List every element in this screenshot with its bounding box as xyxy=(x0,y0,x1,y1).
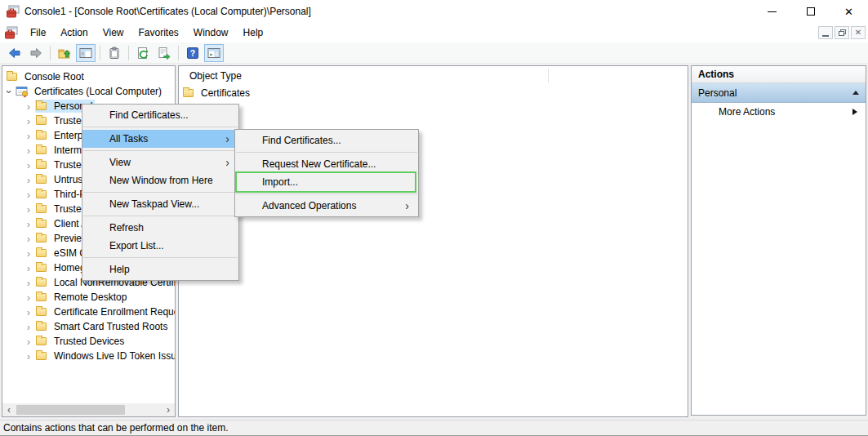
menu-window[interactable]: Window xyxy=(186,24,236,41)
menu-separator xyxy=(83,192,238,193)
show-hide-console-tree-button[interactable] xyxy=(76,44,96,62)
menu-item-label: Help xyxy=(109,264,130,275)
more-actions-item[interactable]: More Actions xyxy=(692,103,866,121)
chevron-right-icon[interactable]: › xyxy=(22,204,35,215)
menu-item-export-list[interactable]: Export List... xyxy=(82,237,238,255)
menu-view[interactable]: View xyxy=(96,24,131,41)
mdi-close-button[interactable]: ✕ xyxy=(851,26,866,39)
chevron-right-icon[interactable]: › xyxy=(22,131,35,141)
tree-item-smart-card-trusted-roots[interactable]: › Smart Card Trusted Roots xyxy=(2,319,175,334)
submenu-arrow-icon: › xyxy=(225,130,229,148)
menu-item-view[interactable]: View› xyxy=(82,153,238,171)
mdi-minimize-button[interactable] xyxy=(818,26,833,39)
chevron-right-icon[interactable]: › xyxy=(22,263,35,274)
chevron-right-icon[interactable]: › xyxy=(22,292,35,303)
folder-icon xyxy=(35,100,48,113)
tree-item-label: Smart Card Trusted Roots xyxy=(51,320,170,333)
chevron-right-icon[interactable]: › xyxy=(22,160,35,171)
menu-item-label: Advanced Operations xyxy=(262,200,356,211)
chevron-right-icon[interactable]: › xyxy=(22,322,35,332)
tree-item-remote-desktop[interactable]: › Remote Desktop xyxy=(2,290,175,305)
column-divider[interactable] xyxy=(548,69,549,83)
scroll-left-button[interactable]: ‹ xyxy=(2,403,16,416)
maximize-button[interactable] xyxy=(791,0,830,23)
help-button[interactable]: ? xyxy=(183,44,203,62)
folder-icon xyxy=(35,276,48,289)
folder-icon xyxy=(35,232,48,245)
chevron-right-icon[interactable]: › xyxy=(22,248,35,259)
forward-button[interactable] xyxy=(26,44,46,62)
column-header-label: Object Type xyxy=(189,70,242,82)
certificates-snapin-icon xyxy=(16,85,29,98)
chevron-right-icon[interactable]: › xyxy=(22,189,35,200)
tree-item-trusted-devices[interactable]: › Trusted Devices xyxy=(2,334,175,349)
mdi-restore-button[interactable] xyxy=(835,26,849,39)
menu-file[interactable]: File xyxy=(23,24,53,41)
mmc-window: Console1 - [Console Root\Certificates (L… xyxy=(0,0,868,436)
folder-icon xyxy=(35,305,48,318)
collapse-icon[interactable] xyxy=(852,91,859,95)
chevron-right-icon[interactable]: › xyxy=(22,336,35,347)
export-list-button[interactable] xyxy=(154,44,174,62)
menu-item-all-tasks[interactable]: All Tasks› xyxy=(82,130,238,148)
menu-favorites[interactable]: Favorites xyxy=(131,24,186,41)
chevron-right-icon[interactable]: › xyxy=(22,219,35,229)
menu-item-help[interactable]: Help xyxy=(82,260,238,278)
back-button[interactable] xyxy=(5,44,24,62)
chevron-right-icon[interactable]: › xyxy=(22,175,35,185)
chevron-right-icon[interactable]: › xyxy=(22,278,35,288)
chevron-down-icon[interactable]: › xyxy=(2,87,16,97)
tree-item-cert-enrollment-requests[interactable]: › Certificate Enrollment Requests xyxy=(2,305,175,319)
refresh-button[interactable] xyxy=(133,44,153,62)
horizontal-scrollbar[interactable]: ‹ › xyxy=(2,403,175,416)
submenu-arrow-icon xyxy=(852,109,857,115)
list-item-certificates[interactable]: Certificates xyxy=(179,86,688,100)
menu-action[interactable]: Action xyxy=(53,24,95,41)
scroll-right-button[interactable]: › xyxy=(162,403,175,416)
chevron-right-icon[interactable]: › xyxy=(22,145,35,156)
actions-group-personal[interactable]: Personal xyxy=(692,83,866,103)
menu-item-new-taskpad-view[interactable]: New Taskpad View... xyxy=(82,195,238,213)
tree-item-label: Remote Desktop xyxy=(51,291,129,304)
list-column-header[interactable]: Object Type xyxy=(179,66,688,86)
show-hide-action-pane-button[interactable] xyxy=(204,44,224,62)
minimize-button[interactable] xyxy=(753,0,791,23)
forward-icon xyxy=(29,47,42,60)
tree-item-windows-live-id[interactable]: › Windows Live ID Token Issuer xyxy=(2,349,175,363)
submenu-item-import[interactable]: Import... xyxy=(235,173,418,191)
chevron-right-icon[interactable]: › xyxy=(22,351,35,362)
close-icon: ✕ xyxy=(844,7,853,17)
menu-help[interactable]: Help xyxy=(236,24,271,41)
up-one-level-icon xyxy=(58,47,71,60)
submenu-item-find-certificates[interactable]: Find Certificates... xyxy=(235,131,418,149)
up-one-level-button[interactable] xyxy=(55,44,74,62)
mmc-child-window-icon xyxy=(5,26,18,39)
paste-button[interactable] xyxy=(105,44,124,62)
actions-title-label: Actions xyxy=(698,69,734,80)
toolbar: ? xyxy=(0,42,868,64)
tree-item-console-root[interactable]: Console Root xyxy=(2,69,175,84)
submenu-item-advanced-operations[interactable]: Advanced Operations› xyxy=(235,197,418,215)
folder-icon xyxy=(35,144,48,157)
chevron-right-icon[interactable]: › xyxy=(22,101,35,112)
folder-icon xyxy=(182,87,195,100)
chevron-right-icon[interactable]: › xyxy=(22,307,35,318)
chevron-right-icon[interactable]: › xyxy=(22,116,35,127)
submenu-item-request-new-certificate[interactable]: Request New Certificate... xyxy=(235,155,418,173)
chevron-right-icon[interactable]: › xyxy=(22,234,35,244)
submenu-arrow-icon: › xyxy=(225,153,229,171)
clipboard-icon xyxy=(108,47,121,60)
back-icon xyxy=(8,47,21,60)
menu-item-new-window-from-here[interactable]: New Window from Here xyxy=(82,171,238,189)
menu-item-refresh[interactable]: Refresh xyxy=(82,219,238,237)
menu-item-find-certificates[interactable]: Find Certificates... xyxy=(82,106,238,124)
toolbar-separator xyxy=(100,46,100,60)
close-button[interactable]: ✕ xyxy=(830,0,868,23)
actions-group-label: Personal xyxy=(698,87,737,99)
export-list-icon xyxy=(158,47,171,60)
maximize-icon xyxy=(807,7,815,16)
tree-item-certificates-local-computer[interactable]: › Certificates (Local Computer) xyxy=(2,84,175,99)
scrollbar-thumb[interactable] xyxy=(16,405,125,415)
svg-text:?: ? xyxy=(190,48,195,58)
folder-icon xyxy=(35,335,48,348)
